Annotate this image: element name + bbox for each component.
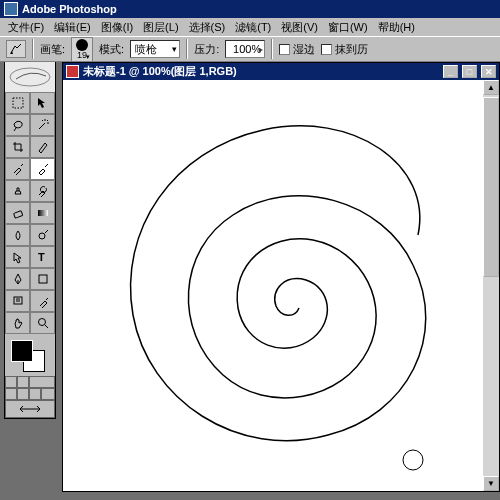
screen-full-menu[interactable]: [17, 388, 29, 400]
menu-file[interactable]: 文件(F): [4, 19, 48, 36]
document-window: 未标题-1 @ 100%(图层 1,RGB) _ □ ✕ ▲ ▼: [62, 62, 500, 492]
tool-path-select[interactable]: [5, 246, 30, 268]
tool-blur[interactable]: [5, 224, 30, 246]
tool-rect-marquee[interactable]: [5, 92, 30, 114]
mode-quickmask[interactable]: [17, 376, 29, 388]
mode-select[interactable]: 喷枪: [130, 40, 180, 58]
window-close-button[interactable]: ✕: [481, 65, 496, 78]
svg-rect-1: [13, 98, 23, 108]
scroll-track[interactable]: [483, 277, 499, 476]
svg-point-8: [38, 319, 45, 326]
menu-view[interactable]: 视图(V): [277, 19, 322, 36]
work-area: T 未标题-1 @ 100%(图层 1,RGB) _ □ ✕: [0, 62, 500, 500]
tool-lasso[interactable]: [5, 114, 30, 136]
brush-label: 画笔:: [40, 42, 65, 57]
tool-gradient[interactable]: [30, 202, 55, 224]
tool-pen[interactable]: [5, 268, 30, 290]
pressure-label: 压力:: [194, 42, 219, 57]
erase-history-checkbox[interactable]: 抹到历: [321, 42, 368, 57]
spiral-drawing: [63, 80, 483, 490]
tool-type[interactable]: T: [30, 246, 55, 268]
vertical-scrollbar[interactable]: ▲ ▼: [483, 80, 499, 491]
brush-cursor-icon: [403, 450, 423, 470]
tool-brush[interactable]: [30, 158, 55, 180]
foreground-color[interactable]: [11, 340, 33, 362]
scroll-thumb[interactable]: [483, 97, 499, 277]
brush-picker[interactable]: 19 ▾: [71, 37, 93, 62]
scroll-down-button[interactable]: ▼: [483, 476, 499, 491]
menu-select[interactable]: 选择(S): [185, 19, 230, 36]
wet-edges-checkbox[interactable]: 湿边: [279, 42, 315, 57]
app-title: Adobe Photoshop: [22, 3, 117, 15]
tool-move[interactable]: [30, 92, 55, 114]
tool-hand[interactable]: [5, 312, 30, 334]
window-maximize-button[interactable]: □: [462, 65, 477, 78]
menu-image[interactable]: 图像(I): [97, 19, 137, 36]
svg-point-4: [39, 233, 45, 239]
menu-bar: 文件(F) 编辑(E) 图像(I) 图层(L) 选择(S) 滤镜(T) 视图(V…: [0, 18, 500, 36]
tool-eyedropper[interactable]: [30, 290, 55, 312]
toolbox[interactable]: T: [4, 62, 56, 419]
menu-edit[interactable]: 编辑(E): [50, 19, 95, 36]
options-bar: 画笔: 19 ▾ 模式: 喷枪 压力: 100% 湿边 抹到历: [0, 36, 500, 62]
jump-to[interactable]: [5, 400, 55, 418]
tool-history-brush[interactable]: [30, 180, 55, 202]
wet-edges-label: 湿边: [293, 42, 315, 57]
tool-dodge[interactable]: [30, 224, 55, 246]
menu-window[interactable]: 窗口(W): [324, 19, 372, 36]
mode-pad: [29, 376, 55, 388]
screen-full[interactable]: [29, 388, 41, 400]
document-title: 未标题-1 @ 100%(图层 1,RGB): [83, 64, 237, 79]
brush-dot-icon: [76, 39, 88, 51]
app-icon: [4, 2, 18, 16]
pressure-input[interactable]: 100%: [225, 40, 265, 58]
svg-text:T: T: [38, 251, 45, 263]
window-minimize-button[interactable]: _: [443, 65, 458, 78]
tool-crop[interactable]: [5, 136, 30, 158]
tool-clone-stamp[interactable]: [5, 180, 30, 202]
document-titlebar[interactable]: 未标题-1 @ 100%(图层 1,RGB) _ □ ✕: [63, 63, 499, 80]
canvas[interactable]: [63, 80, 483, 491]
screen-standard[interactable]: [5, 388, 17, 400]
menu-layer[interactable]: 图层(L): [139, 19, 182, 36]
color-swatches[interactable]: [5, 334, 55, 376]
tool-notes[interactable]: [5, 290, 30, 312]
tool-airbrush[interactable]: [5, 158, 30, 180]
svg-rect-6: [39, 275, 47, 283]
menu-help[interactable]: 帮助(H): [374, 19, 419, 36]
svg-rect-3: [38, 210, 48, 216]
tool-slice[interactable]: [30, 136, 55, 158]
svg-rect-2: [13, 211, 22, 218]
svg-point-0: [10, 68, 50, 86]
mode-buttons: [5, 376, 55, 418]
tool-preview: [5, 62, 55, 92]
app-titlebar: Adobe Photoshop: [0, 0, 500, 18]
mode-standard[interactable]: [5, 376, 17, 388]
erase-history-label: 抹到历: [335, 42, 368, 57]
current-tool-icon[interactable]: [6, 40, 26, 58]
tool-shape[interactable]: [30, 268, 55, 290]
separator-icon: [271, 39, 273, 59]
tool-magic-wand[interactable]: [30, 114, 55, 136]
mode-pad2: [41, 388, 55, 400]
chevron-down-icon: ▾: [86, 53, 90, 61]
checkbox-icon: [321, 44, 332, 55]
document-icon: [66, 65, 79, 78]
mode-label: 模式:: [99, 42, 124, 57]
separator-icon: [32, 39, 34, 59]
tool-eraser[interactable]: [5, 202, 30, 224]
menu-filter[interactable]: 滤镜(T): [231, 19, 275, 36]
checkbox-icon: [279, 44, 290, 55]
scroll-up-button[interactable]: ▲: [483, 80, 499, 95]
separator-icon: [186, 39, 188, 59]
tool-zoom[interactable]: [30, 312, 55, 334]
